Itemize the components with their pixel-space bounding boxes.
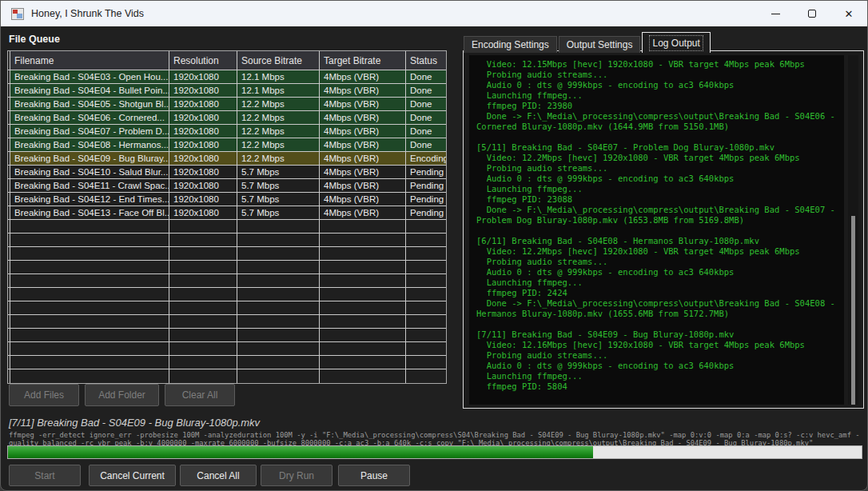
cell-empty: [406, 329, 446, 341]
cell-empty: [169, 356, 237, 369]
cell-target_bitrate: 4Mbps (VBR): [320, 179, 406, 192]
maximize-button[interactable]: [794, 1, 830, 26]
cell-empty: [169, 301, 237, 314]
cell-empty: [10, 301, 169, 314]
cell-status: Encoding: [406, 152, 446, 165]
close-button[interactable]: ✕: [830, 1, 867, 26]
cell-empty: [169, 315, 237, 328]
cell-empty: [169, 342, 237, 355]
log-scrollbar[interactable]: [848, 55, 858, 405]
cell-target_bitrate: 4Mbps (VBR): [320, 84, 406, 97]
cell-empty: [169, 220, 237, 233]
cell-status: Done: [406, 70, 446, 83]
minimize-button[interactable]: [757, 1, 794, 26]
column-header-filename[interactable]: Filename: [10, 51, 169, 70]
table-row[interactable]: Breaking Bad - S04E11 - Crawl Spac...192…: [8, 179, 446, 193]
cell-target_bitrate: 4Mbps (VBR): [320, 125, 406, 138]
table-row-empty: [8, 234, 446, 247]
cell-source_bitrate: 12.2 Mbps: [237, 125, 320, 138]
cell-status: Pending: [406, 193, 446, 206]
pause-button[interactable]: Pause: [338, 465, 410, 486]
table-row-empty: [8, 247, 446, 261]
cell-empty: [237, 301, 320, 314]
tab-log-output[interactable]: Log Output: [642, 32, 710, 53]
cell-empty: [320, 329, 406, 341]
column-header-resolution[interactable]: Resolution: [169, 51, 237, 70]
table-row[interactable]: Breaking Bad - S04E09 - Bug Bluray...192…: [8, 152, 446, 166]
cell-empty: [320, 220, 406, 233]
cell-resolution: 1920x1080: [169, 152, 237, 165]
start-button[interactable]: Start: [9, 465, 81, 486]
cell-empty: [237, 247, 320, 260]
cell-empty: [406, 301, 446, 314]
cell-target_bitrate: 4Mbps (VBR): [320, 70, 406, 83]
cancel-current-button[interactable]: Cancel Current: [89, 465, 176, 486]
table-row[interactable]: Breaking Bad - S04E03 - Open Hou...1920x…: [8, 70, 446, 84]
cell-empty: [10, 247, 169, 260]
cell-empty: [10, 329, 169, 341]
cell-filename: Breaking Bad - S04E08 - Hermanos...: [10, 138, 169, 151]
column-header-status[interactable]: Status: [406, 51, 446, 70]
cell-source_bitrate: 12.2 Mbps: [237, 152, 320, 165]
cell-resolution: 1920x1080: [169, 111, 237, 124]
table-row[interactable]: Breaking Bad - S04E05 - Shotgun Bl...192…: [8, 98, 446, 111]
cell-source_bitrate: 12.2 Mbps: [237, 98, 320, 110]
table-row[interactable]: Breaking Bad - S04E06 - Cornered...1920x…: [8, 111, 446, 125]
cell-empty: [320, 301, 406, 314]
table-row-empty: [8, 288, 446, 301]
cell-empty: [237, 356, 320, 369]
tab-label: Output Settings: [567, 39, 633, 50]
add-folder-button[interactable]: Add Folder: [85, 384, 159, 406]
cell-filename: Breaking Bad - S04E05 - Shotgun Bl...: [10, 98, 169, 110]
table-row-empty: [8, 301, 446, 315]
cell-filename: Breaking Bad - S04E06 - Cornered...: [10, 111, 169, 124]
table-row-empty: [8, 315, 446, 329]
settings-tabs: Encoding SettingsOutput SettingsLog Outp…: [464, 32, 712, 53]
table-row[interactable]: Breaking Bad - S04E07 - Problem D...1920…: [8, 125, 446, 138]
log-scrollbar-thumb[interactable]: [851, 216, 855, 405]
cell-resolution: 1920x1080: [169, 84, 237, 97]
cell-filename: Breaking Bad - S04E04 - Bullet Poin...: [10, 84, 169, 97]
clear-all-button[interactable]: Clear All: [165, 384, 235, 406]
cell-target_bitrate: 4Mbps (VBR): [320, 98, 406, 110]
cell-empty: [169, 274, 237, 287]
cancel-all-button[interactable]: Cancel All: [180, 465, 257, 486]
tab-encoding-settings[interactable]: Encoding Settings: [464, 36, 557, 53]
cell-empty: [10, 315, 169, 328]
cell-empty: [10, 342, 169, 355]
cell-empty: [10, 288, 169, 301]
cell-target_bitrate: 4Mbps (VBR): [320, 111, 406, 124]
table-row[interactable]: Breaking Bad - S04E10 - Salud Blur...192…: [8, 166, 446, 179]
table-row[interactable]: Breaking Bad - S04E04 - Bullet Poin...19…: [8, 84, 446, 98]
table-row[interactable]: Breaking Bad - S04E08 - Hermanos...1920x…: [8, 138, 446, 152]
cell-status: Pending: [406, 179, 446, 192]
cell-source_bitrate: 5.7 Mbps: [237, 193, 320, 206]
cell-empty: [237, 342, 320, 355]
cell-resolution: 1920x1080: [169, 70, 237, 83]
cell-empty: [10, 261, 169, 273]
table-row[interactable]: Breaking Bad - S04E13 - Face Off Bl...19…: [8, 206, 446, 220]
cell-source_bitrate: 12.2 Mbps: [237, 138, 320, 151]
tab-output-settings[interactable]: Output Settings: [559, 36, 641, 53]
cell-filename: Breaking Bad - S04E13 - Face Off Bl...: [10, 206, 169, 219]
file-queue-heading: File Queue: [9, 34, 60, 45]
column-header-target-bitrate[interactable]: Target Bitrate: [320, 51, 406, 70]
cell-empty: [169, 369, 237, 383]
app-icon: [11, 8, 24, 20]
add-files-button[interactable]: Add Files: [9, 384, 79, 406]
cell-empty: [320, 247, 406, 260]
cell-status: Done: [406, 138, 446, 151]
column-header-source-bitrate[interactable]: Source Bitrate: [237, 51, 320, 70]
cell-empty: [169, 261, 237, 273]
table-row[interactable]: Breaking Bad - S04E12 - End Times...1920…: [8, 193, 446, 206]
close-icon: ✕: [845, 9, 854, 19]
cell-filename: Breaking Bad - S04E07 - Problem D...: [10, 125, 169, 138]
log-text: Video: 12.15Mbps [hevc] 1920x1080 - VBR …: [469, 55, 844, 392]
log-console[interactable]: Video: 12.15Mbps [hevc] 1920x1080 - VBR …: [469, 55, 844, 405]
titlebar: Honey, I Shrunk The Vids ✕: [1, 1, 867, 26]
table-header-row: FilenameResolutionSource BitrateTarget B…: [8, 51, 446, 70]
window-title: Honey, I Shrunk The Vids: [31, 8, 144, 19]
cell-empty: [406, 247, 446, 260]
dry-run-button[interactable]: Dry Run: [261, 465, 332, 486]
cell-status: Pending: [406, 206, 446, 219]
